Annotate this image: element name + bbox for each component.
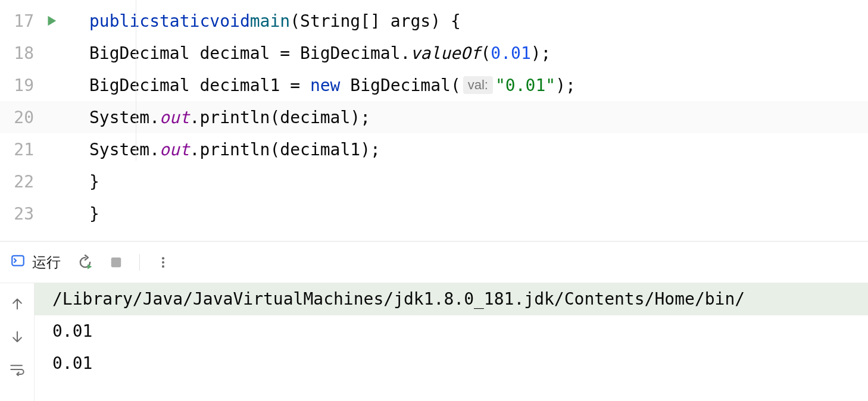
console-sidebar [0, 283, 35, 401]
static-field: out [160, 140, 190, 159]
code-text: } [89, 204, 99, 224]
code-text: BigDecimal decimal = BigDecimal. [89, 43, 410, 63]
run-toolbar: 运行 [0, 242, 868, 283]
static-method: valueOf [410, 43, 480, 63]
keyword-static: static [149, 11, 210, 31]
line-number: 22 [0, 172, 39, 192]
code-line[interactable]: } [83, 165, 868, 198]
line-number: 19 [0, 76, 39, 95]
code-editor[interactable]: 17 18 19 20 21 22 23 public static void … [0, 0, 868, 241]
toolbar-divider [139, 254, 140, 271]
line-number: 17 [0, 11, 39, 31]
indent-guide [136, 0, 136, 161]
string-literal: "0.01" [495, 76, 555, 95]
method-name: main [250, 11, 290, 31]
gutter-line: 21 [0, 133, 83, 165]
console-output-line: 0.01 [35, 347, 868, 380]
run-tool-window: 运行 /Library/Java/JavaVirtualMachines/jdk… [0, 241, 868, 401]
code-text: (String[] args) { [290, 11, 461, 31]
console-output[interactable]: /Library/Java/JavaVirtualMachines/jdk1.8… [35, 283, 868, 401]
number-literal: 0.01 [491, 43, 530, 63]
svg-rect-1 [111, 257, 121, 267]
code-text: } [89, 172, 99, 192]
rerun-icon[interactable] [77, 255, 93, 270]
up-arrow-icon[interactable] [11, 295, 24, 315]
parameter-hint: val: [463, 76, 493, 94]
code-line[interactable]: BigDecimal decimal1 = new BigDecimal(val… [83, 69, 868, 101]
tool-window-icon [11, 252, 25, 272]
line-number: 23 [0, 204, 39, 224]
stop-icon[interactable] [110, 256, 123, 269]
gutter-line: 22 [0, 165, 83, 198]
code-line[interactable]: BigDecimal decimal = BigDecimal.valueOf(… [83, 37, 868, 69]
editor-gutter: 17 18 19 20 21 22 23 [0, 0, 83, 241]
code-text: ( [480, 43, 491, 63]
code-text: System. [89, 108, 160, 127]
svg-point-2 [162, 257, 164, 259]
gutter-line: 23 [0, 198, 83, 230]
console-output-area: /Library/Java/JavaVirtualMachines/jdk1.8… [0, 283, 868, 401]
static-field: out [160, 108, 190, 127]
code-text: .println(decimal1); [190, 140, 380, 159]
code-text: BigDecimal decimal1 = [89, 76, 310, 95]
line-number: 20 [0, 108, 39, 127]
code-text: BigDecimal( [340, 76, 460, 95]
down-arrow-icon[interactable] [11, 328, 24, 347]
svg-point-3 [162, 261, 164, 263]
line-number: 18 [0, 43, 39, 63]
code-line[interactable]: System.out.println(decimal); [83, 101, 868, 133]
svg-rect-0 [12, 256, 24, 266]
code-line[interactable]: public static void main(String[] args) { [83, 5, 868, 37]
more-icon[interactable] [157, 256, 170, 269]
run-tab[interactable]: 运行 [11, 252, 61, 272]
console-command-line: /Library/Java/JavaVirtualMachines/jdk1.8… [35, 283, 868, 315]
console-output-line: 0.01 [35, 315, 868, 347]
code-text: ); [555, 76, 576, 95]
code-text: .println(decimal); [190, 108, 370, 127]
code-line[interactable]: } [83, 198, 868, 230]
gutter-line: 17 [0, 5, 83, 37]
gutter-line: 18 [0, 37, 83, 69]
soft-wrap-icon[interactable] [10, 361, 24, 380]
svg-point-4 [162, 265, 164, 267]
code-text: ); [531, 43, 551, 63]
keyword-public: public [89, 11, 149, 31]
run-gutter-icon[interactable] [45, 14, 58, 27]
code-text: System. [89, 140, 160, 159]
gutter-line: 20 [0, 101, 83, 133]
gutter-line: 19 [0, 69, 83, 101]
code-line[interactable]: System.out.println(decimal1); [83, 133, 868, 165]
keyword-new: new [310, 76, 341, 95]
run-label: 运行 [32, 253, 61, 272]
code-content[interactable]: public static void main(String[] args) {… [83, 0, 868, 241]
keyword-void: void [210, 11, 249, 31]
line-number: 21 [0, 140, 39, 159]
